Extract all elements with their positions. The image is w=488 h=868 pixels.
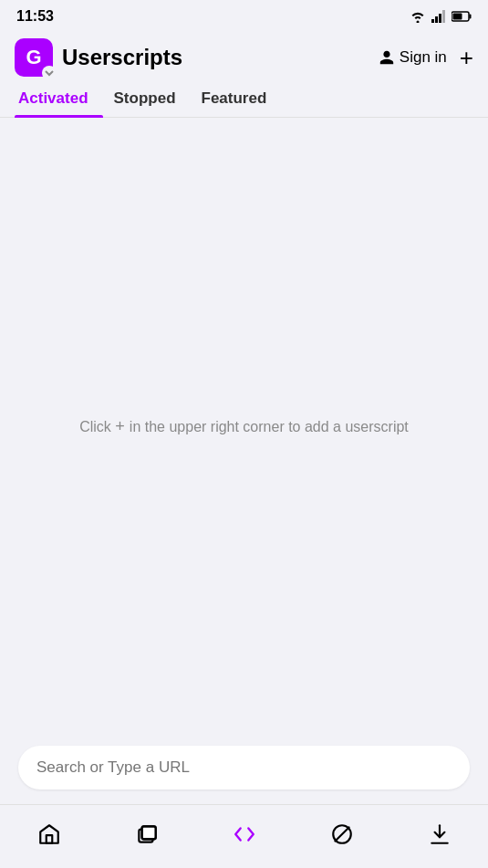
nav-circle-button[interactable] bbox=[320, 812, 364, 856]
empty-message: Click + in the upper right corner to add… bbox=[79, 414, 409, 439]
add-button[interactable]: + bbox=[460, 46, 473, 69]
tab-activated[interactable]: Activated bbox=[15, 80, 103, 117]
nav-tabs-button[interactable] bbox=[125, 812, 169, 856]
svg-rect-2 bbox=[439, 14, 441, 23]
user-icon bbox=[379, 49, 395, 66]
download-icon bbox=[428, 822, 452, 846]
svg-rect-3 bbox=[442, 10, 445, 23]
circle-slash-icon bbox=[330, 822, 354, 846]
app-icon-letter: G bbox=[26, 46, 41, 69]
search-input[interactable] bbox=[18, 746, 470, 790]
tab-bar: Activated Stopped Featured bbox=[0, 80, 488, 118]
sign-in-label: Sign in bbox=[400, 48, 447, 67]
nav-code-button[interactable] bbox=[223, 812, 266, 856]
status-time: 11:53 bbox=[16, 8, 54, 25]
home-icon bbox=[37, 822, 61, 846]
nav-download-button[interactable] bbox=[418, 812, 462, 856]
header-actions: Sign in + bbox=[379, 46, 473, 69]
svg-rect-7 bbox=[46, 835, 52, 843]
tabs-icon bbox=[135, 822, 159, 846]
chevron-down-icon bbox=[43, 67, 56, 79]
svg-line-12 bbox=[335, 827, 348, 841]
app-header: G Userscripts Sign in + bbox=[0, 33, 488, 77]
svg-rect-5 bbox=[470, 15, 472, 19]
plus-hint-icon: + bbox=[115, 417, 130, 435]
signal-icon bbox=[431, 10, 446, 23]
svg-rect-9 bbox=[141, 826, 155, 839]
app-title: Userscripts bbox=[62, 45, 182, 70]
svg-rect-0 bbox=[431, 19, 434, 23]
wifi-icon bbox=[410, 10, 426, 23]
code-icon bbox=[233, 822, 256, 846]
status-bar: 11:53 bbox=[0, 0, 488, 33]
bottom-nav bbox=[0, 804, 488, 868]
status-icons bbox=[410, 10, 472, 23]
nav-home-button[interactable] bbox=[27, 812, 71, 856]
sign-in-button[interactable]: Sign in bbox=[379, 48, 447, 67]
tab-stopped[interactable]: Stopped bbox=[110, 80, 191, 117]
app-logo-area: G Userscripts bbox=[15, 38, 182, 77]
main-content: Click + in the upper right corner to add… bbox=[0, 118, 488, 735]
app-icon: G bbox=[15, 38, 53, 77]
search-bar-container bbox=[0, 735, 488, 804]
tab-featured[interactable]: Featured bbox=[198, 80, 282, 117]
battery-icon bbox=[452, 11, 472, 22]
svg-rect-1 bbox=[435, 16, 438, 23]
svg-rect-6 bbox=[453, 14, 462, 20]
app-icon-badge bbox=[42, 66, 57, 80]
